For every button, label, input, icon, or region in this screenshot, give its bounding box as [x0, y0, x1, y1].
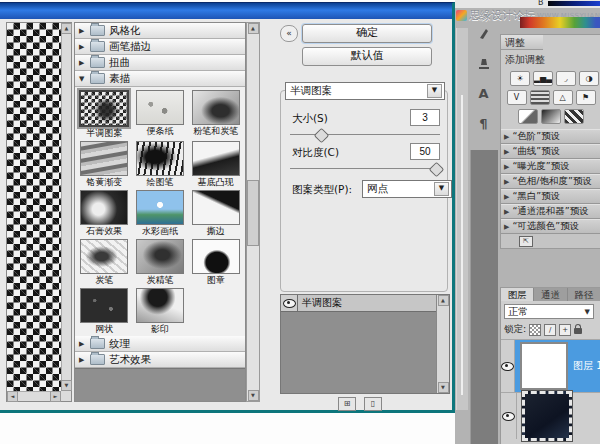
preset-exposure[interactable]: ▶ “曝光度”预设 — [501, 159, 600, 174]
scroll-up-icon[interactable]: ▲ — [438, 295, 449, 306]
filter-thumb-water-paper[interactable]: 水彩画纸 — [135, 190, 186, 237]
lock-pixels-icon[interactable]: ∕ — [544, 324, 556, 336]
filter-list-scrollbar[interactable]: ▲ ▼ — [246, 22, 260, 402]
pattern-type-select[interactable]: 网点 ▼ — [362, 180, 452, 198]
contrast-input[interactable] — [410, 143, 440, 160]
collapse-thumbnails-button[interactable]: « — [280, 25, 298, 42]
filter-thumb-note-paper[interactable]: 便条纸 — [135, 90, 186, 139]
tab-channels[interactable]: 通道 — [534, 288, 567, 301]
levels-icon[interactable]: ▂▅▃ — [533, 71, 553, 86]
lock-position-icon[interactable]: + — [559, 324, 571, 336]
visibility-cell[interactable] — [501, 393, 517, 439]
scroll-up-icon[interactable]: ▲ — [61, 23, 72, 34]
layer-thumbnail[interactable] — [522, 391, 572, 441]
stamp-icon[interactable] — [475, 54, 493, 72]
category-artistic[interactable]: ▶ 艺术效果 — [75, 352, 245, 368]
visibility-cell[interactable] — [281, 295, 298, 311]
category-brush-strokes[interactable]: ▶ 画笔描边 — [75, 39, 245, 55]
category-distort[interactable]: ▶ 扭曲 — [75, 55, 245, 71]
scroll-down-icon[interactable]: ▼ — [248, 390, 259, 401]
layer-row-1[interactable]: 图层 1 — [501, 339, 600, 392]
filter-thumb-image[interactable] — [136, 141, 184, 176]
scroll-up-icon[interactable]: ▲ — [248, 23, 259, 34]
preset-channel-mixer[interactable]: ▶ “通道混和器”预设 — [501, 204, 600, 219]
visibility-cell[interactable] — [501, 340, 515, 392]
category-texture[interactable]: ▶ 纹理 — [75, 336, 245, 352]
type-tool-icon[interactable]: A — [475, 84, 493, 102]
filter-thumb-image[interactable] — [136, 90, 184, 125]
channel-mixer-icon[interactable] — [541, 109, 561, 124]
photo-filter-icon[interactable] — [518, 109, 538, 124]
notes-tool-icon[interactable]: ¶ — [475, 114, 493, 132]
preset-hue-saturation[interactable]: ▶ “色相/饱和度”预设 — [501, 174, 600, 189]
filter-thumb-reticulation[interactable]: 网状 — [79, 288, 130, 335]
size-input[interactable] — [410, 109, 440, 126]
layer-name[interactable]: 图层 1 — [573, 359, 600, 373]
filter-thumb-halftone-pattern[interactable]: 半调图案 — [79, 90, 130, 139]
effect-layer-row[interactable]: 半调图案 — [281, 295, 436, 312]
preview-vertical-scrollbar[interactable]: ▲ ▼ — [61, 23, 71, 391]
preset-curves[interactable]: ▶ “曲线”预设 — [501, 144, 600, 159]
layer-row-2[interactable] — [501, 392, 600, 439]
preset-levels[interactable]: ▶ “色阶”预设 — [501, 129, 600, 144]
vibrance-icon[interactable]: V — [507, 90, 527, 105]
dialog-titlebar[interactable] — [0, 3, 452, 19]
filter-thumb-plaster[interactable]: 石膏效果 — [79, 190, 130, 237]
filter-thumb-image[interactable] — [192, 190, 240, 225]
lock-all-icon[interactable] — [574, 328, 582, 334]
exposure-icon[interactable]: ◑ — [579, 71, 599, 86]
black-white-icon[interactable]: ⚑ — [576, 90, 596, 105]
filter-thumb-stamp[interactable]: 图章 — [190, 239, 241, 286]
tab-adjustments[interactable]: 调整 — [501, 35, 543, 50]
scroll-left-icon[interactable]: ◄ — [7, 391, 18, 402]
filter-select[interactable]: 半调图案 ▼ — [285, 82, 445, 100]
filter-thumb-image[interactable] — [192, 239, 240, 274]
tab-paths[interactable]: 路径 — [568, 288, 600, 301]
eye-icon[interactable] — [283, 299, 296, 308]
eye-icon[interactable] — [502, 412, 515, 421]
scrollbar-thumb[interactable] — [247, 180, 259, 246]
lock-transparency-icon[interactable] — [529, 324, 541, 336]
filter-thumb-graphic-pen[interactable]: 绘图笔 — [135, 141, 186, 188]
filter-thumb-image[interactable] — [80, 288, 128, 323]
hue-saturation-icon[interactable] — [530, 90, 550, 105]
eye-icon[interactable] — [501, 362, 514, 371]
filter-thumb-chrome[interactable]: 铬黄渐变 — [79, 141, 130, 188]
filter-thumb-image[interactable] — [136, 288, 184, 323]
scroll-down-icon[interactable]: ▼ — [438, 382, 449, 393]
chevron-down-icon[interactable]: ▼ — [427, 84, 442, 98]
scroll-right-icon[interactable]: ► — [50, 391, 61, 402]
filter-thumb-image[interactable] — [136, 190, 184, 225]
filter-thumb-torn-edges[interactable]: 撕边 — [190, 190, 241, 237]
history-brush-icon[interactable] — [475, 24, 493, 42]
filter-thumb-conte-crayon[interactable]: 炭精笔 — [135, 239, 186, 286]
filter-thumb-image[interactable] — [79, 90, 129, 127]
category-sketch[interactable]: ▼ 素描 — [75, 71, 245, 87]
tab-layers[interactable]: 图层 — [501, 288, 534, 301]
delete-effect-layer-icon[interactable]: ▯ — [364, 397, 382, 411]
scroll-down-icon[interactable]: ▼ — [61, 380, 72, 391]
filter-thumb-chalk-charcoal[interactable]: 粉笔和炭笔 — [190, 90, 241, 139]
filter-thumb-charcoal[interactable]: 炭笔 — [79, 239, 130, 286]
brightness-contrast-icon[interactable]: ☀ — [510, 71, 530, 86]
blend-mode-select[interactable]: 正常 ▼ — [504, 304, 594, 319]
filter-thumb-image[interactable] — [80, 190, 128, 225]
gradient-map-icon[interactable] — [564, 109, 584, 124]
expand-panel-icon[interactable]: ⇱ — [519, 236, 533, 247]
chevron-down-icon[interactable]: ▼ — [434, 182, 449, 196]
filter-thumb-photocopy[interactable]: 影印 — [135, 288, 186, 335]
preset-black-white[interactable]: ▶ “黑白”预设 — [501, 189, 600, 204]
size-slider[interactable] — [290, 130, 440, 138]
ok-button[interactable]: 确定 — [302, 24, 432, 43]
contrast-slider[interactable] — [290, 164, 440, 172]
preset-selective-color[interactable]: ▶ “可选颜色”预设 — [501, 219, 600, 234]
color-balance-icon[interactable]: △ — [553, 90, 573, 105]
filter-thumb-image[interactable] — [80, 239, 128, 274]
curves-icon[interactable]: ◞ — [556, 71, 576, 86]
category-stylize[interactable]: ▶ 风格化 — [75, 23, 245, 39]
filter-thumb-image[interactable] — [136, 239, 184, 274]
preview-horizontal-scrollbar[interactable]: ◄ ► — [7, 391, 61, 401]
default-button[interactable]: 默认值 — [302, 47, 432, 66]
filter-thumb-image[interactable] — [192, 90, 240, 125]
effect-list-scrollbar[interactable]: ▲ ▼ — [436, 295, 449, 393]
